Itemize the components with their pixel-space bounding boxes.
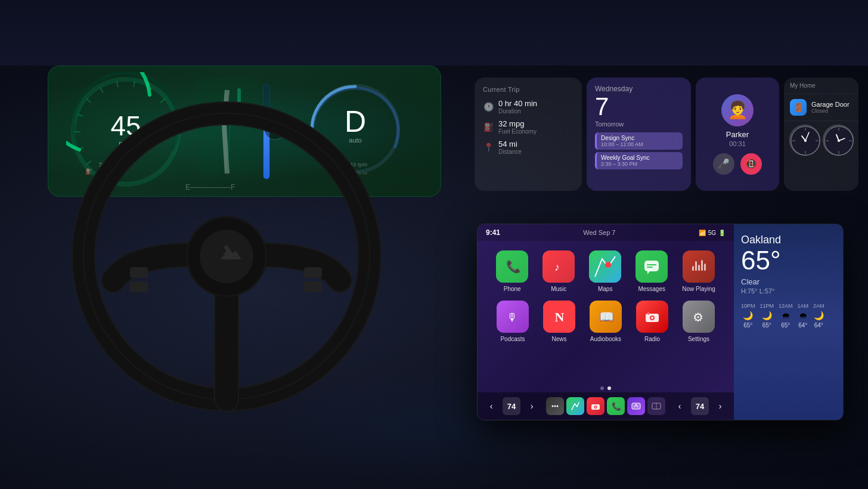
app-settings[interactable]: ⚙ Settings [683,301,715,342]
radio-icon [636,301,668,333]
dock-back-button[interactable]: ‹ [482,397,500,415]
weather-temp: 65° [741,247,836,274]
battery-icon: 🔋 [718,230,726,236]
dock-next-button[interactable]: › [711,397,729,415]
status-time: 9:41 [486,228,500,237]
app-settings-label: Settings [688,336,709,342]
weather-description: Clear [741,277,836,286]
app-radio[interactable]: Radio [636,301,668,342]
calendar-event-2[interactable]: Weekly Goal Sync 2:30 – 3:30 PM [595,152,683,169]
maps-icon [589,250,621,283]
trip-fuel-label: Fuel Economy [498,128,537,135]
home-widget: My Home 🚪 Garage Door Closed [784,78,858,191]
mute-button[interactable]: 🎤 [713,153,734,175]
dock-num-left[interactable]: 74 [503,397,520,415]
trip-duration-value: 0 hr 40 min [498,99,537,108]
svg-point-57 [552,406,554,407]
svg-rect-72 [130,267,148,278]
svg-text:📞: 📞 [506,259,521,274]
dock-forward-button[interactable]: › [523,397,541,415]
forecast-2am: 2AM 🌙 64° [813,303,824,329]
svg-point-58 [557,406,559,407]
cal-event-2-title: Weekly Goal Sync [601,154,678,161]
app-radio-label: Radio [644,336,660,342]
garage-door-item[interactable]: 🚪 Garage Door Closed [784,94,858,121]
trip-duration-label: Duration [498,108,537,114]
phone-icon: 📞 [496,250,528,283]
garage-label: Garage Door [811,101,850,108]
trip-distance-value: 54 mi [498,140,522,148]
app-news[interactable]: N News [543,301,575,342]
call-buttons: 🎤 📵 [713,153,762,175]
page-dot-1[interactable] [600,386,604,390]
forecast-1am: 1AM 🌧 64° [798,303,809,329]
svg-text:⚙: ⚙ [693,311,703,324]
app-maps[interactable]: Maps [589,250,621,292]
home-widget-title: My Home [784,78,858,94]
weather-panel: Oakland 65° Clear H:75° L:57° 10PM 🌙 65°… [734,224,843,420]
svg-point-38 [838,140,840,142]
svg-text:🎙: 🎙 [507,311,517,323]
svg-line-6 [100,88,103,93]
analog-clock-2 [823,125,854,156]
dock-carplay-icon[interactable] [627,397,645,415]
calendar-event-1[interactable]: Design Sync 10:00 – 11:00 AM [595,132,683,150]
trip-distance-label: Distance [498,148,522,155]
svg-rect-41 [589,250,621,283]
dock-home-icon[interactable] [546,397,564,415]
dock-maps-icon[interactable] [566,397,584,415]
caller-name: Parker [726,130,749,139]
svg-point-42 [605,262,611,268]
avatar: 🧑‍🦱 [721,94,754,126]
svg-text:N: N [555,310,565,324]
weather-city: Oakland [741,234,836,246]
trip-fuel-row: ⛽ 32 mpg Fuel Economy [483,119,574,135]
page-dot-2[interactable] [607,386,611,390]
audiobooks-icon: 📖 [590,301,622,333]
app-music[interactable]: ♪ Music [542,250,575,292]
forecast-10pm: 10PM 🌙 65° [741,303,755,329]
dock-radio-icon[interactable] [587,397,604,415]
weather-low: L:57° [760,287,775,295]
carplay-screen: 9:41 Wed Sep 7 📶 5G 🔋 📞 Phone [477,224,844,420]
app-phone[interactable]: 📞 Phone [496,250,528,292]
dock-phone-icon[interactable]: 📞 [607,397,625,415]
settings-icon: ⚙ [683,301,715,333]
svg-text:📖: 📖 [599,310,614,324]
app-messages-label: Messages [638,286,665,292]
nowplaying-icon [683,250,715,283]
car-top-bar [0,0,868,66]
end-call-button[interactable]: 📵 [740,153,762,175]
svg-point-56 [554,406,556,407]
garage-status: Closed [811,108,850,114]
app-messages[interactable]: Messages [636,250,668,292]
svg-point-30 [804,140,807,142]
dock-extra-icon[interactable] [647,397,665,415]
app-audiobooks[interactable]: 📖 Audiobooks [590,301,622,342]
signal-strength: 5G [708,230,716,236]
music-icon: ♪ [542,250,575,283]
carplay-main: 9:41 Wed Sep 7 📶 5G 🔋 📞 Phone [478,224,734,420]
app-music-label: Music [551,286,566,292]
svg-text:♪: ♪ [554,261,560,273]
svg-rect-45 [647,264,656,265]
svg-rect-74 [304,267,322,278]
dock-prev-button[interactable]: ‹ [671,397,689,415]
svg-text:📞: 📞 [612,401,621,411]
status-date: Wed Sep 7 [583,229,615,236]
app-podcasts[interactable]: 🎙 Podcasts [497,301,529,342]
garage-icon: 🚪 [790,99,807,116]
weather-high: H:75° [741,287,758,295]
messages-icon [636,250,668,283]
calendar-tomorrow: Tomorrow [595,120,683,128]
app-nowplaying[interactable]: Now Playing [682,250,715,292]
weather-range: H:75° L:57° [741,287,836,295]
phone-widget: 🧑‍🦱 Parker 00:31 🎤 📵 [696,78,779,191]
clock-icon: 🕐 [483,101,494,112]
steering-wheel [66,95,388,417]
app-maps-label: Maps [598,286,612,292]
calendar-widget[interactable]: Wednesday 7 Tomorrow Design Sync 10:00 –… [587,78,691,191]
dock-num-right[interactable]: 74 [691,397,709,415]
app-nowplaying-label: Now Playing [682,286,715,292]
wifi-icon: 📶 [699,230,706,236]
